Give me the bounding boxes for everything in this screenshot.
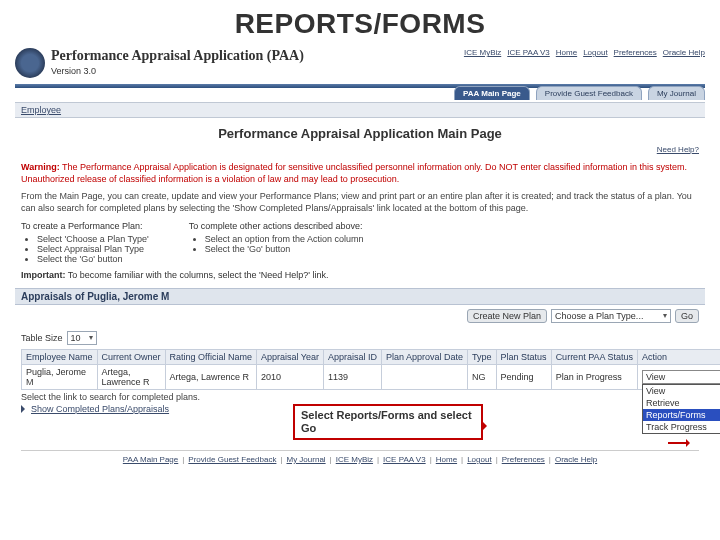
cell-employee: Puglia, Jerome M (22, 364, 98, 389)
tab-row: PAA Main Page Provide Guest Feedback My … (15, 86, 705, 100)
tab-my-journal[interactable]: My Journal (648, 86, 705, 100)
action-option-reports-forms[interactable]: Reports/Forms (643, 409, 720, 421)
col-right-head: To complete other actions described abov… (189, 221, 364, 231)
col-paa-status[interactable]: Current PAA Status (551, 349, 637, 364)
important-label: Important: (21, 270, 66, 280)
app-header: Performance Appraisal Application (PAA) … (15, 44, 705, 82)
table-row: Puglia, Jerome M Artega, Lawrence R Arte… (22, 364, 721, 389)
list-item: Select 'Choose a Plan Type' (37, 234, 149, 244)
col-appraisal-id[interactable]: Appraisal ID (323, 349, 381, 364)
plan-type-placeholder: Choose a Plan Type... (555, 311, 643, 321)
cell-type: NG (468, 364, 497, 389)
footer-link[interactable]: Oracle Help (555, 455, 597, 464)
cell-appraisal-id: 1139 (323, 364, 381, 389)
appraisals-section-header: Appraisals of Puglia, Jerome M (15, 288, 705, 305)
footer-link[interactable]: PAA Main Page (123, 455, 178, 464)
col-plan-status[interactable]: Plan Status (496, 349, 551, 364)
footer-link[interactable]: Provide Guest Feedback (188, 455, 276, 464)
table-header-row: Employee Name Current Owner Rating Offic… (22, 349, 721, 364)
top-link[interactable]: ICE PAA V3 (507, 48, 550, 57)
top-links: ICE MyBiz ICE PAA V3 Home Logout Prefere… (464, 48, 705, 57)
table-size-value: 10 (71, 333, 81, 343)
action-selected: View (646, 372, 665, 382)
header-titles: Performance Appraisal Application (PAA) … (51, 48, 464, 76)
plan-type-select[interactable]: Choose a Plan Type... ▾ (551, 309, 671, 323)
col-rating-official[interactable]: Rating Official Name (165, 349, 256, 364)
cell-owner: Artega, Lawrence R (97, 364, 165, 389)
footer-link[interactable]: Preferences (502, 455, 545, 464)
cell-paa-status: Plan in Progress (551, 364, 637, 389)
create-plan-go-button[interactable]: Go (675, 309, 699, 323)
col-approval-date[interactable]: Plan Approval Date (382, 349, 468, 364)
col-action: Action (638, 349, 721, 364)
important-text: To become familiar with the columns, sel… (68, 270, 329, 280)
top-link[interactable]: Home (556, 48, 577, 57)
top-link[interactable]: ICE MyBiz (464, 48, 501, 57)
app-version: Version 3.0 (51, 66, 464, 76)
callout-layer: Select Reports/Forms and select Go A fin… (15, 414, 705, 444)
show-completed-label: Show Completed Plans/Appraisals (31, 404, 169, 414)
instruction-columns: To create a Performance Plan: Select 'Ch… (15, 219, 705, 266)
action-option-view[interactable]: View (643, 385, 720, 397)
action-dropdown-options: View Retrieve Reports/Forms Track Progre… (642, 384, 720, 434)
expand-icon (21, 405, 29, 413)
list-item: Select Appraisal Plan Type (37, 244, 149, 254)
table-size-row: Table Size 10 ▾ (15, 327, 705, 349)
footer-link[interactable]: ICE PAA V3 (383, 455, 426, 464)
chevron-down-icon: ▾ (663, 311, 667, 320)
create-new-plan-button[interactable]: Create New Plan (467, 309, 547, 323)
tab-guest-feedback[interactable]: Provide Guest Feedback (536, 86, 642, 100)
footer-link[interactable]: Logout (467, 455, 491, 464)
footer-link[interactable]: ICE MyBiz (336, 455, 373, 464)
col-year[interactable]: Appraisal Year (256, 349, 323, 364)
footer-link[interactable]: My Journal (286, 455, 325, 464)
col-left: To create a Performance Plan: Select 'Ch… (21, 221, 149, 264)
top-link[interactable]: Oracle Help (663, 48, 705, 57)
footer-links: PAA Main Page| Provide Guest Feedback| M… (21, 450, 699, 464)
col-right: To complete other actions described abov… (189, 221, 364, 264)
cell-approval-date (382, 364, 468, 389)
instructions: From the Main Page, you can create, upda… (15, 187, 705, 218)
top-link[interactable]: Preferences (614, 48, 657, 57)
action-dropdown[interactable]: View ▾ View Retrieve Reports/Forms Track… (642, 370, 720, 384)
action-option-track-progress[interactable]: Track Progress (643, 421, 720, 433)
table-size-label: Table Size (21, 333, 63, 343)
sub-nav-employee[interactable]: Employee (21, 105, 61, 115)
list-item: Select the 'Go' button (37, 254, 149, 264)
warning-block: Warning: The Performance Appraisal Appli… (15, 160, 705, 187)
chevron-down-icon: ▾ (89, 333, 93, 342)
appraisals-table: Employee Name Current Owner Rating Offic… (21, 349, 720, 390)
cell-plan-status: Pending (496, 364, 551, 389)
footer-link[interactable]: Home (436, 455, 457, 464)
warning-label: Warning: (21, 162, 60, 172)
action-option-retrieve[interactable]: Retrieve (643, 397, 720, 409)
col-type[interactable]: Type (468, 349, 497, 364)
cell-action: View ▾ View Retrieve Reports/Forms Track… (638, 364, 721, 389)
list-item: Select the 'Go' button (205, 244, 364, 254)
cell-year: 2010 (256, 364, 323, 389)
app-title: Performance Appraisal Application (PAA) (51, 48, 464, 64)
list-item: Select an option from the Action column (205, 234, 364, 244)
slide-title: REPORTS/FORMS (0, 0, 720, 44)
page-title: Performance Appraisal Application Main P… (15, 118, 705, 145)
important-note: Important: To become familiar with the c… (15, 266, 705, 284)
create-plan-row: Create New Plan Choose a Plan Type... ▾ … (15, 305, 705, 327)
warning-text: The Performance Appraisal Application is… (21, 162, 687, 184)
seal-icon (15, 48, 45, 78)
instruction-callout: Select Reports/Forms and select Go (293, 404, 483, 440)
col-owner[interactable]: Current Owner (97, 349, 165, 364)
table-size-select[interactable]: 10 ▾ (67, 331, 97, 345)
tab-main-page[interactable]: PAA Main Page (454, 86, 530, 100)
top-link[interactable]: Logout (583, 48, 607, 57)
col-employee[interactable]: Employee Name (22, 349, 98, 364)
col-left-head: To create a Performance Plan: (21, 221, 149, 231)
app-frame: Performance Appraisal Application (PAA) … (15, 44, 705, 464)
need-help-link[interactable]: Need Help? (15, 145, 705, 160)
sub-nav-bar: Employee (15, 102, 705, 118)
cell-rating-official: Artega, Lawrence R (165, 364, 256, 389)
below-table-text: Select the link to search for completed … (15, 390, 705, 404)
